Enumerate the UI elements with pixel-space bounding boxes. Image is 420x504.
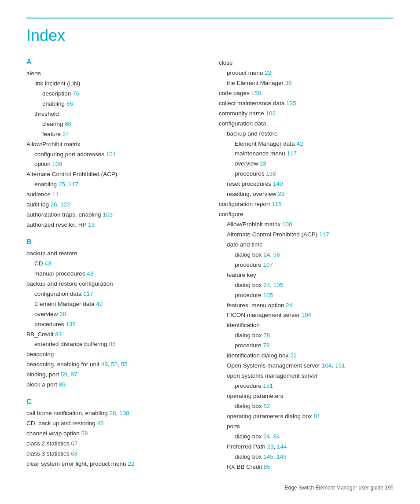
link-22b[interactable]: 22 bbox=[265, 70, 271, 76]
link-85b[interactable]: 85 bbox=[264, 464, 270, 470]
entry-config-overview: overview 28 bbox=[219, 159, 394, 169]
entry-close: close bbox=[219, 58, 394, 68]
link-23[interactable]: 23 bbox=[267, 443, 274, 450]
link-138c[interactable]: 138 bbox=[266, 170, 276, 177]
link-49[interactable]: 49 bbox=[101, 361, 108, 368]
entry-config-report: configuration report 115 bbox=[219, 199, 394, 210]
link-42a[interactable]: 42 bbox=[96, 301, 103, 307]
entry-backup: backup and restore bbox=[26, 249, 201, 259]
link-58[interactable]: 58 bbox=[81, 430, 88, 437]
link-24e[interactable]: 24 bbox=[263, 433, 270, 440]
entry-audit-log: audit log 26, 122 bbox=[26, 200, 201, 210]
link-135[interactable]: 135 bbox=[286, 100, 296, 107]
link-11[interactable]: 11 bbox=[52, 191, 59, 198]
link-24c[interactable]: 24 bbox=[263, 282, 270, 288]
link-38[interactable]: 38 bbox=[285, 80, 292, 86]
link-103a[interactable]: 103 bbox=[103, 211, 113, 218]
link-103b[interactable]: 103 bbox=[266, 110, 276, 117]
entry-cfg-ports-dlg: dialog box 24, 84 bbox=[219, 432, 394, 442]
entry-class3: class 3 statistics 68 bbox=[26, 449, 201, 459]
link-59[interactable]: 59 bbox=[61, 371, 67, 378]
link-117b[interactable]: 117 bbox=[83, 291, 93, 297]
entry-cfg-features-menu: features, menu option 24 bbox=[219, 301, 394, 311]
link-117a[interactable]: 117 bbox=[68, 181, 78, 188]
entry-cfg-featkey-proc: procedure 105 bbox=[219, 291, 394, 301]
left-column: A alerts link incident (LIN) description… bbox=[26, 58, 201, 469]
index-columns: A alerts link incident (LIN) description… bbox=[26, 58, 394, 472]
link-82[interactable]: 82 bbox=[263, 403, 270, 409]
entry-lin-desc: description 75 bbox=[26, 89, 201, 99]
link-100[interactable]: 100 bbox=[52, 161, 63, 167]
link-144[interactable]: 144 bbox=[277, 443, 287, 450]
page-title: Index bbox=[26, 26, 394, 45]
link-151a[interactable]: 151 bbox=[335, 362, 345, 369]
link-85a[interactable]: 85 bbox=[109, 341, 115, 347]
link-78b[interactable]: 78 bbox=[263, 342, 270, 349]
link-104b[interactable]: 104 bbox=[322, 362, 332, 369]
link-25[interactable]: 25 bbox=[59, 181, 65, 188]
link-138b[interactable]: 138 bbox=[119, 410, 129, 416]
entry-alerts: alerts bbox=[26, 69, 201, 79]
link-105a[interactable]: 105 bbox=[273, 282, 284, 288]
link-122[interactable]: 122 bbox=[60, 201, 70, 208]
link-28b[interactable]: 28 bbox=[109, 410, 116, 416]
link-151b[interactable]: 151 bbox=[263, 383, 273, 389]
link-67[interactable]: 67 bbox=[71, 440, 77, 447]
link-68[interactable]: 68 bbox=[71, 450, 77, 457]
link-24b[interactable]: 24 bbox=[263, 251, 270, 258]
entry-cfg-datetime-dlg: dialog box 24, 56 bbox=[219, 250, 394, 260]
link-104a[interactable]: 104 bbox=[302, 312, 312, 318]
link-75[interactable]: 75 bbox=[73, 90, 79, 97]
link-56[interactable]: 56 bbox=[273, 251, 280, 258]
link-100b[interactable]: 100 bbox=[282, 221, 292, 228]
link-105b[interactable]: 105 bbox=[263, 292, 273, 298]
link-26[interactable]: 26 bbox=[51, 201, 57, 208]
entry-cfg-opparams-dlg: dialog box 82 bbox=[219, 401, 394, 412]
link-84[interactable]: 84 bbox=[273, 433, 280, 440]
link-52[interactable]: 52 bbox=[111, 361, 118, 368]
right-column: close product menu 22 the Element Manage… bbox=[219, 58, 394, 472]
link-140[interactable]: 140 bbox=[273, 180, 283, 187]
link-145[interactable]: 145 bbox=[263, 453, 273, 460]
entry-cfg-apm: Allow/Prohibit matrix 100 bbox=[219, 220, 394, 230]
link-78a[interactable]: 78 bbox=[263, 332, 270, 338]
entry-code-pages: code pages 150 bbox=[219, 88, 394, 99]
link-43c[interactable]: 43 bbox=[97, 420, 104, 427]
link-115[interactable]: 115 bbox=[272, 201, 282, 207]
link-28d[interactable]: 28 bbox=[278, 191, 284, 197]
entry-reset-procedures: reset procedures 140 bbox=[219, 179, 394, 189]
link-24a[interactable]: 24 bbox=[63, 131, 69, 137]
link-87[interactable]: 87 bbox=[71, 371, 77, 378]
link-150a[interactable]: 150 bbox=[251, 90, 262, 96]
link-55[interactable]: 55 bbox=[121, 361, 128, 368]
entry-class2: class 2 statistics 67 bbox=[26, 439, 201, 449]
entry-config-procedures: procedures 138 bbox=[219, 169, 394, 179]
link-83[interactable]: 83 bbox=[55, 331, 62, 338]
entry-threshold: threshold bbox=[26, 109, 201, 119]
link-60[interactable]: 60 bbox=[65, 121, 71, 127]
link-86[interactable]: 86 bbox=[66, 100, 73, 107]
link-81[interactable]: 81 bbox=[313, 413, 320, 419]
link-13[interactable]: 13 bbox=[88, 221, 95, 228]
link-86[interactable]: 86 bbox=[59, 381, 66, 388]
entry-apm-port: configuring port addresses 101 bbox=[26, 150, 201, 160]
link-22a[interactable]: 22 bbox=[128, 460, 134, 467]
link-28a[interactable]: 28 bbox=[59, 311, 66, 317]
link-138a[interactable]: 138 bbox=[66, 321, 76, 327]
footer: Edge Switch Element Manager user guide 1… bbox=[285, 485, 394, 491]
link-146[interactable]: 146 bbox=[276, 453, 287, 460]
link-117d[interactable]: 117 bbox=[319, 231, 329, 238]
entry-backup-cd: CD 43 bbox=[26, 259, 201, 269]
link-117c[interactable]: 117 bbox=[287, 150, 297, 157]
link-101[interactable]: 101 bbox=[106, 151, 116, 158]
link-107[interactable]: 107 bbox=[263, 261, 273, 268]
entry-cfg-id-dlg: dialog box 78 bbox=[219, 331, 394, 341]
link-28c[interactable]: 28 bbox=[260, 160, 266, 167]
link-24d[interactable]: 24 bbox=[286, 302, 292, 309]
link-43a[interactable]: 43 bbox=[44, 260, 51, 267]
entry-beaconing-enable: beaconing, enabling for unit 49, 52, 55 bbox=[26, 360, 201, 370]
link-43b[interactable]: 43 bbox=[87, 270, 93, 277]
link-22c[interactable]: 22 bbox=[290, 352, 297, 359]
link-42b[interactable]: 42 bbox=[296, 140, 303, 147]
entry-cfg-opparams: operating parameters bbox=[219, 391, 394, 401]
